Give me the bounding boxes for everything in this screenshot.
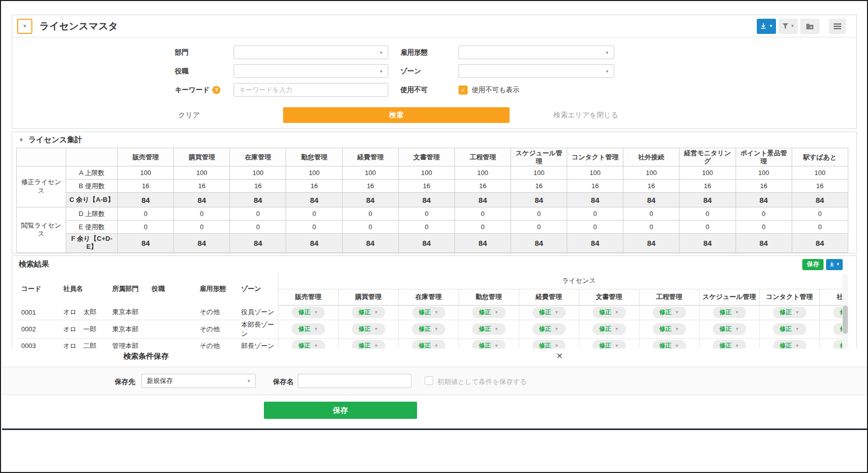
license-column-header: 購買管理 — [338, 289, 398, 305]
summary-value-cell: 0 — [511, 207, 567, 221]
summary-value-cell: 100 — [230, 166, 286, 180]
add-folder-button[interactable] — [800, 19, 819, 34]
modify-dropdown-button[interactable]: 修正▼ — [773, 307, 806, 318]
summary-value-cell: 100 — [174, 166, 230, 180]
clear-button[interactable]: クリア — [154, 107, 224, 123]
save-name-input[interactable] — [298, 374, 412, 388]
help-icon[interactable]: ? — [212, 86, 220, 94]
modal-save-button[interactable]: 保存 — [264, 402, 417, 419]
download-results-button[interactable]: ▼ — [826, 259, 843, 270]
summary-value-cell: 84 — [342, 193, 398, 207]
summary-row: B 使用数16161616161616161616161616 — [17, 180, 848, 193]
license-cell: 修正▼ — [338, 305, 398, 320]
page-title: ライセンスマスタ — [39, 20, 118, 33]
license-column-header: コンタクト管理 — [759, 289, 819, 305]
chevron-down-icon: ▼ — [374, 327, 378, 331]
employment-cell: その他 — [195, 305, 236, 320]
summary-value-cell: 0 — [792, 221, 848, 234]
summary-value-cell: 100 — [511, 166, 567, 180]
search-form: 部門 ▼ 雇用形態 ▼ 役職 ▼ ゾーン ▼ キーワード ? 使用不可 — [12, 37, 856, 123]
unavailable-label: 使用不可 — [400, 85, 459, 95]
department-select[interactable]: ▼ — [234, 46, 388, 59]
modify-dropdown-button[interactable]: 修正▼ — [292, 323, 325, 335]
summary-value-cell: 84 — [174, 234, 230, 253]
footer-divider — [2, 428, 868, 430]
chevron-down-icon: ▼ — [675, 310, 679, 315]
chevron-down-icon: ▼ — [735, 343, 739, 348]
modify-dropdown-button[interactable]: 修正▼ — [352, 307, 385, 318]
page-header: ▼ ライセンスマスタ ▼ ▼ — [12, 15, 856, 37]
summary-value-cell: 84 — [230, 193, 286, 207]
summary-value-cell: 100 — [454, 166, 511, 180]
search-button[interactable]: 検索 — [283, 107, 510, 123]
summary-value-cell: 0 — [567, 221, 623, 234]
modify-dropdown-button[interactable]: 修正▼ — [833, 323, 842, 335]
summary-value-cell: 84 — [398, 234, 454, 253]
summary-value-cell: 0 — [174, 221, 230, 234]
department-label: 部門 — [175, 48, 234, 57]
summary-value-cell: 0 — [567, 207, 623, 221]
summary-value-cell: 84 — [511, 234, 567, 253]
employee-code-cell: 0002 — [16, 320, 58, 338]
summary-value-cell: 0 — [118, 221, 174, 234]
employment-cell: その他 — [195, 320, 236, 338]
modify-dropdown-button[interactable]: 修正▼ — [592, 323, 626, 335]
scrollbar-thumb[interactable] — [843, 306, 848, 334]
modify-dropdown-button[interactable]: 修正▼ — [292, 307, 325, 318]
modify-dropdown-button[interactable]: 修正▼ — [773, 323, 806, 335]
chevron-down-icon: ▼ — [605, 69, 609, 74]
app-window: ▼ ライセンスマスタ ▼ ▼ — [0, 0, 868, 473]
modify-label: 修正 — [599, 308, 611, 317]
modify-dropdown-button[interactable]: 修正▼ — [713, 307, 746, 318]
save-results-button[interactable]: 保存 — [802, 259, 824, 270]
download-button[interactable]: ▼ — [757, 19, 776, 34]
modal-title: 検索条件保存 — [123, 352, 169, 361]
license-column-header: 文書管理 — [579, 289, 639, 305]
summary-value-cell: 0 — [792, 207, 848, 221]
summary-value-cell: 84 — [623, 193, 679, 207]
position-select[interactable]: ▼ — [234, 64, 388, 78]
close-icon[interactable]: × — [553, 349, 566, 362]
modify-label: 修正 — [479, 325, 491, 333]
save-as-default-checkbox[interactable] — [425, 376, 433, 385]
show-unavailable-checkbox[interactable]: ✓ — [459, 85, 468, 95]
search-panel: ▼ ライセンスマスタ ▼ ▼ — [12, 15, 857, 129]
modify-dropdown-button[interactable]: 修正▼ — [472, 323, 506, 335]
modify-dropdown-button[interactable]: 修正▼ — [713, 323, 746, 335]
collapse-triangle-icon[interactable]: ▼ — [19, 137, 24, 143]
license-column-header: 在庫管理 — [398, 289, 459, 305]
summary-value-cell: 0 — [454, 207, 511, 221]
modify-dropdown-button[interactable]: 修正▼ — [472, 307, 506, 318]
filter-button[interactable]: ▼ — [779, 19, 798, 34]
modify-label: 修正 — [780, 308, 792, 317]
chevron-down-icon: ▼ — [434, 310, 438, 315]
summary-row: 閲覧ライセンスD 上限数0000000000000 — [17, 207, 848, 221]
zone-cell: 本部長ゾーン — [236, 320, 278, 338]
summary-row-label: D 上限数 — [66, 207, 118, 221]
close-search-area-button[interactable]: 検索エリアを閉じる — [538, 107, 634, 123]
zone-select[interactable]: ▼ — [459, 64, 614, 78]
modify-dropdown-button[interactable]: 修正▼ — [532, 323, 566, 335]
modify-dropdown-button[interactable]: 修正▼ — [352, 323, 385, 335]
destination-select[interactable]: 新規保存 ▼ — [142, 374, 256, 388]
modify-dropdown-button[interactable]: 修正▼ — [653, 323, 686, 335]
modify-dropdown-button[interactable]: 修正▼ — [653, 307, 686, 318]
menu-button[interactable] — [829, 19, 846, 34]
keyword-input[interactable] — [234, 83, 388, 97]
summary-value-cell: 84 — [454, 193, 511, 207]
modify-dropdown-button[interactable]: 修正▼ — [532, 307, 566, 318]
table-row: 0001オロ 太郎東京本部その他役員ゾーン修正▼修正▼修正▼修正▼修正▼修正▼修… — [16, 305, 842, 320]
collapse-panel-button[interactable]: ▼ — [17, 19, 32, 34]
modify-label: 修正 — [358, 325, 371, 333]
summary-value-cell: 0 — [454, 221, 511, 234]
chevron-down-icon: ▼ — [434, 343, 438, 348]
summary-value-cell: 0 — [623, 207, 679, 221]
modify-dropdown-button[interactable]: 修正▼ — [833, 307, 842, 318]
modify-dropdown-button[interactable]: 修正▼ — [412, 307, 445, 318]
summary-value-cell: 0 — [398, 207, 454, 221]
employment-select[interactable]: ▼ — [459, 46, 614, 59]
license-summary-title: ライセンス集計 — [28, 135, 82, 145]
summary-column-header: ポイント景品管理 — [736, 148, 792, 166]
modify-dropdown-button[interactable]: 修正▼ — [412, 323, 445, 335]
modify-dropdown-button[interactable]: 修正▼ — [592, 307, 626, 318]
